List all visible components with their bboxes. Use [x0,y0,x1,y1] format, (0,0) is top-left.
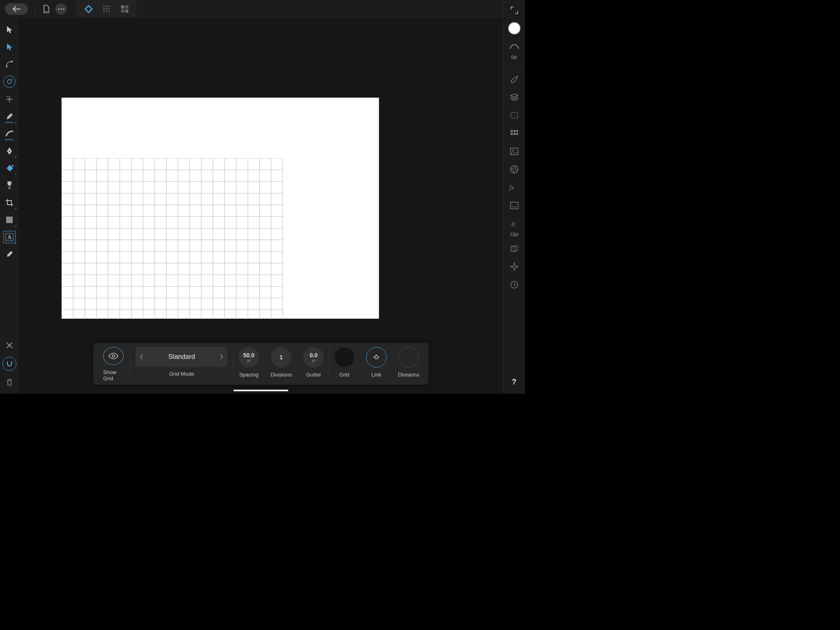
selection-panel[interactable] [508,109,520,121]
canvas-stage[interactable]: Show Grid Standard Grid Mode 50.0 pt Spa… [19,18,503,394]
shape-tool[interactable] [4,214,15,226]
grid-color-swatch[interactable] [334,347,354,368]
context-toolbar: Show Grid Standard Grid Mode 50.0 pt Spa… [93,343,428,385]
styles-panel[interactable] [508,199,520,212]
pencil-tool[interactable] [4,111,15,122]
svg-rect-32 [516,130,518,132]
layers-panel[interactable] [508,91,520,103]
text-panel[interactable]: a [508,217,520,230]
eyedropper-icon [5,250,14,258]
close-tool[interactable] [4,340,15,351]
svg-rect-34 [514,133,516,135]
corner-tool[interactable] [4,58,15,70]
compass-star-icon [509,262,519,272]
delete-button[interactable] [4,377,15,388]
designer-persona-tab[interactable] [84,5,93,14]
link-toggle[interactable] [366,347,386,368]
text-frame-icon: A [5,233,14,241]
color-picker-tool[interactable] [4,249,15,260]
ellipsis-icon [58,8,64,10]
svg-rect-20 [11,61,13,62]
next-mode-button[interactable] [216,354,228,360]
magnet-icon [6,360,13,368]
divisions-knob[interactable]: 1 [271,347,292,368]
export-persona-tab[interactable] [120,5,129,14]
back-button[interactable] [5,3,28,15]
gutter-label: Gutter [306,372,321,378]
adjustments-panel[interactable] [508,163,520,176]
svg-rect-16 [125,5,128,9]
navigator-panel[interactable] [508,260,520,273]
spacing-unit: pt [247,358,251,363]
fullscreen-toggle[interactable] [508,4,520,16]
text-size-label: 12pt [510,232,518,237]
stroke-width-label: 0pt [511,55,517,59]
stroke-panel[interactable] [508,40,520,52]
text-a-icon: a [510,219,519,228]
svg-point-3 [58,8,59,9]
spacing-label: Spacing [239,372,258,378]
grid-mode-selector[interactable]: Standard [136,347,228,367]
paint-bucket-icon [5,164,14,172]
fill-color-swatch[interactable] [508,22,520,34]
svg-rect-19 [6,66,7,67]
transform-panel[interactable] [508,242,520,255]
x-icon [6,342,13,349]
divisions-color-swatch[interactable] [398,347,419,368]
text-frame-tool[interactable]: A [4,231,15,243]
help-button[interactable]: ? [508,376,520,388]
fill-tool[interactable] [4,162,15,174]
swatches-panel[interactable] [508,127,520,139]
vector-brush-tool[interactable] [4,128,15,139]
expand-icon [510,6,518,14]
pen-tool[interactable] [4,145,15,157]
snapping-toggle[interactable] [2,357,16,371]
svg-rect-18 [125,9,128,13]
point-transform-icon [5,95,14,104]
stock-panel[interactable] [508,145,520,158]
crop-tool[interactable] [4,197,15,208]
brush-underline-icon [5,139,13,141]
point-transform-tool[interactable] [4,94,15,105]
contour-tool[interactable] [3,75,16,88]
grid-swatches-icon [510,129,519,137]
svg-rect-13 [106,11,107,12]
show-grid-toggle[interactable] [103,347,124,365]
paintbrush-icon [510,75,519,83]
svg-rect-33 [511,133,513,135]
svg-point-22 [11,79,12,80]
pencil-underline-icon [5,122,13,124]
rectangle-icon [5,216,14,224]
spacing-knob[interactable]: 50.0 pt [239,347,259,368]
divisions-value: 1 [280,354,283,360]
gutter-knob[interactable]: 0.0 pt [304,347,324,368]
fx-panel[interactable]: fx [508,181,520,194]
svg-rect-40 [511,202,518,209]
more-menu-button[interactable] [55,3,67,15]
aperture-icon [510,165,519,174]
chevron-right-icon [220,354,224,360]
clock-icon [510,280,519,289]
node-tool[interactable] [4,41,15,52]
svg-point-4 [60,8,62,9]
brushes-panel[interactable] [508,73,520,85]
home-indicator [233,390,288,391]
contour-icon [6,78,13,85]
svg-rect-17 [121,9,124,13]
svg-rect-31 [514,130,516,132]
prev-mode-button[interactable] [136,354,147,360]
transparency-tool[interactable] [4,180,15,191]
separator [508,66,521,66]
divisions-color-label: Divisions [398,372,419,378]
link-lock-icon [372,354,381,360]
document-menu-button[interactable] [41,4,51,14]
divisions-label: Divisions [271,372,292,378]
document-icon [43,5,50,13]
spacing-value: 50.0 [243,352,254,358]
history-panel[interactable] [508,278,520,291]
color-link-group: Grid Link Divisions [329,346,424,381]
artboard[interactable] [62,98,379,319]
pixel-persona-tab[interactable] [102,5,111,14]
move-tool[interactable] [4,24,15,35]
show-grid-label: Show Grid [103,369,124,381]
